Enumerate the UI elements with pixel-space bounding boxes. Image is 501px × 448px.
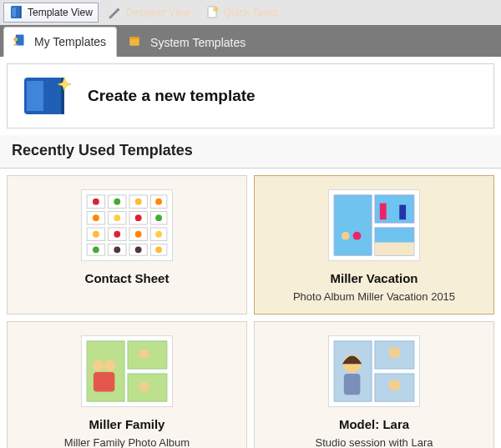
top-toolbar: Template View Designer View Quick Tasks <box>0 0 501 25</box>
svg-point-31 <box>155 199 162 205</box>
svg-point-69 <box>389 380 401 391</box>
svg-point-34 <box>135 214 142 221</box>
svg-point-43 <box>155 246 162 253</box>
svg-point-5 <box>13 38 18 42</box>
template-name: Model: Lara <box>265 417 483 431</box>
svg-point-61 <box>139 382 149 392</box>
svg-point-57 <box>93 360 104 371</box>
svg-point-36 <box>93 231 99 238</box>
tab-bar: My Templates System Templates <box>0 25 501 57</box>
recently-used-heading: Recently Used Templates <box>0 135 501 169</box>
svg-point-41 <box>114 246 120 253</box>
svg-point-32 <box>93 214 99 221</box>
create-new-template-banner[interactable]: Create a new template <box>7 63 494 128</box>
svg-rect-52 <box>399 205 406 220</box>
svg-point-38 <box>135 231 142 238</box>
template-name: Miller Family <box>18 417 236 431</box>
svg-point-50 <box>353 232 362 240</box>
template-card-contact-sheet[interactable]: Contact Sheet <box>7 175 247 315</box>
template-thumb <box>81 335 173 407</box>
template-view-label: Template View <box>28 7 93 18</box>
template-name: Miller Vacation <box>265 271 483 285</box>
svg-rect-7 <box>129 37 139 38</box>
svg-rect-9 <box>27 81 43 111</box>
svg-rect-51 <box>380 204 387 220</box>
create-new-template-title: Create a new template <box>88 87 256 105</box>
svg-rect-59 <box>94 372 114 391</box>
tab-label: System Templates <box>150 36 245 49</box>
quick-tasks-button[interactable]: Quick Tasks <box>200 3 283 23</box>
tab-label: My Templates <box>34 35 106 48</box>
svg-point-33 <box>114 214 120 221</box>
svg-rect-48 <box>375 243 414 256</box>
tab-my-templates[interactable]: My Templates <box>3 27 117 57</box>
template-desc: Photo Album Miller Vacation 2015 <box>265 290 483 304</box>
pencil-icon <box>108 5 123 20</box>
template-desc: Studio session with Lara <box>265 436 483 448</box>
svg-point-40 <box>93 246 99 253</box>
svg-point-30 <box>135 199 142 205</box>
designer-view-label: Designer View <box>126 7 190 18</box>
new-template-icon <box>19 73 73 119</box>
svg-point-29 <box>114 199 120 205</box>
svg-rect-54 <box>87 341 124 401</box>
tab-system-templates[interactable]: System Templates <box>120 28 256 57</box>
template-thumb <box>328 189 420 261</box>
quick-tasks-label: Quick Tasks <box>224 7 277 18</box>
designer-view-button[interactable]: Designer View <box>102 3 196 23</box>
template-card-miller-family[interactable]: Miller Family Miller Family Photo Album <box>7 321 247 448</box>
template-thumb <box>81 189 173 261</box>
svg-point-28 <box>93 199 99 205</box>
svg-point-39 <box>155 231 162 238</box>
template-card-miller-vacation[interactable]: Miller Vacation Photo Album Miller Vacat… <box>254 175 494 315</box>
template-thumb <box>328 335 420 407</box>
svg-point-37 <box>114 231 120 238</box>
svg-point-42 <box>135 246 142 253</box>
template-name: Contact Sheet <box>18 271 236 285</box>
svg-point-68 <box>389 347 401 359</box>
svg-rect-1 <box>13 8 17 17</box>
page-icon <box>205 5 220 20</box>
book-icon <box>9 5 24 20</box>
svg-rect-45 <box>334 195 372 255</box>
svg-rect-67 <box>344 374 361 395</box>
template-card-model-lara[interactable]: Model: Lara Studio session with Lara <box>254 321 494 448</box>
template-view-button[interactable]: Template View <box>3 3 99 23</box>
folder-book-icon <box>127 33 145 52</box>
templates-grid: Contact Sheet Miller Vacation Photo Albu… <box>0 169 501 448</box>
svg-point-49 <box>342 232 350 240</box>
svg-point-3 <box>213 7 218 12</box>
svg-point-58 <box>104 360 116 371</box>
svg-point-35 <box>155 214 162 221</box>
person-book-icon <box>11 33 29 51</box>
template-desc: Miller Family Photo Album <box>18 436 236 448</box>
template-desc <box>18 290 236 304</box>
svg-point-60 <box>139 350 149 360</box>
